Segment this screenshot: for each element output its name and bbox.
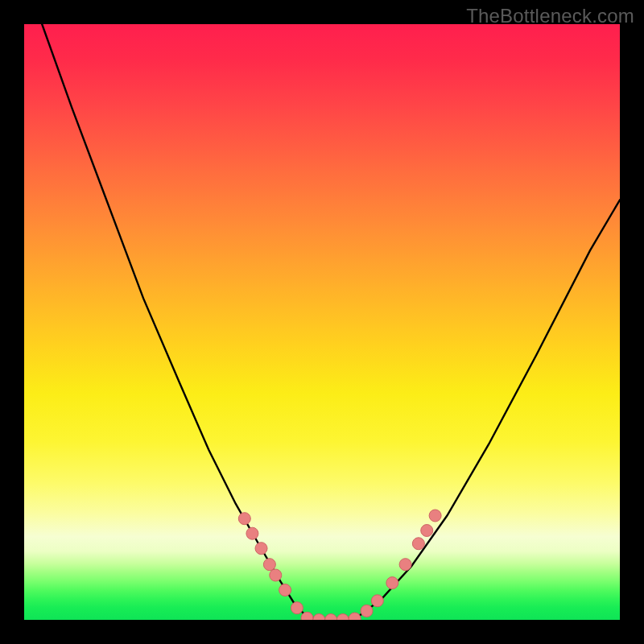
curve-marker xyxy=(255,543,267,555)
curve-marker xyxy=(336,614,349,621)
curve-marker xyxy=(325,614,337,621)
curve-marker xyxy=(349,613,361,620)
curve-marker xyxy=(399,559,411,571)
curve-marker xyxy=(246,527,258,539)
chart-frame: TheBottleneck.com xyxy=(0,0,644,644)
curve-marker xyxy=(429,510,441,522)
curve-marker xyxy=(263,559,275,571)
curve-marker xyxy=(412,538,424,550)
curve-path xyxy=(42,24,620,620)
curve-marker xyxy=(313,614,325,621)
curve-marker xyxy=(361,605,373,617)
curve-marker xyxy=(421,525,433,537)
curve-marker xyxy=(238,513,250,525)
plot-area xyxy=(24,24,620,620)
curve-markers xyxy=(238,510,441,620)
curve-marker xyxy=(386,577,398,589)
curve-marker xyxy=(371,595,383,607)
bottleneck-curve xyxy=(42,24,620,620)
curve-marker xyxy=(291,602,303,614)
curve-marker xyxy=(270,569,282,581)
curve-marker xyxy=(279,584,291,597)
watermark-text: TheBottleneck.com xyxy=(466,5,634,27)
curve-svg xyxy=(24,24,620,620)
